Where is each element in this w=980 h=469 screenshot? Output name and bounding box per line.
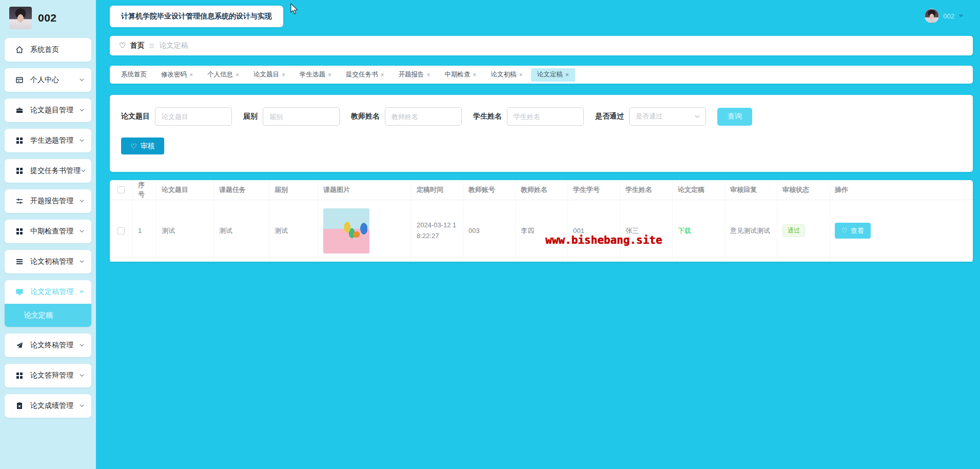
sidebar-item-label: 论文初稿管理 (30, 257, 79, 266)
status-badge: 通过 (782, 224, 805, 237)
brand: 002 (0, 0, 96, 36)
list-icon (15, 258, 24, 266)
close-icon[interactable]: × (236, 72, 239, 78)
tab-final-version[interactable]: 论文定稿× (531, 68, 575, 82)
cell-teacher-name: 李四 (516, 200, 568, 261)
briefcase-icon (15, 106, 24, 115)
col-period: 届别 (269, 180, 318, 200)
chevron-down-icon (79, 228, 85, 234)
row-checkbox[interactable] (117, 227, 125, 234)
view-button-label: 查看 (851, 226, 864, 236)
sidebar-item-label: 开题报告管理 (30, 197, 79, 206)
col-final-time: 定稿时间 (411, 180, 463, 200)
table-row: 1 测试 测试 测试 2024-03-12 18:22:27 003 李四 00… (110, 200, 973, 262)
col-topic-image: 课题图片 (318, 180, 411, 200)
sidebar-item-proposal-report-mgmt[interactable]: 开题报告管理 (5, 189, 91, 213)
sidebar-item-label: 提交任务书管理 (30, 166, 81, 175)
period-input[interactable] (263, 107, 340, 126)
field-label: 教师姓名 (351, 112, 380, 121)
chevron-down-icon (79, 107, 85, 113)
close-icon[interactable]: × (519, 72, 523, 78)
sidebar-item-final-paper-mgmt[interactable]: 论文终稿管理 (5, 334, 91, 357)
field-label: 学生姓名 (473, 112, 502, 121)
tab-first-draft[interactable]: 论文初稿× (485, 68, 529, 82)
data-table: 序号 论文题目 课题任务 届别 课题图片 定稿时间 教师账号 教师姓名 学生学号… (110, 180, 973, 262)
col-teacher-account: 教师账号 (463, 180, 516, 200)
tab-thesis-topic[interactable]: 论文题目× (247, 68, 291, 82)
sidebar-item-midterm-check-mgmt[interactable]: 中期检查管理 (5, 220, 91, 243)
main-area: 计算机学院毕业设计管理信息系统的设计与实现 002 ♡ 首页 论文定稿 系统首页… (96, 0, 980, 469)
breadcrumb: ♡ 首页 论文定稿 (110, 36, 973, 55)
tab-midterm-check[interactable]: 中期检查× (439, 68, 483, 82)
breadcrumb-home[interactable]: 首页 (130, 41, 144, 50)
sidebar-item-task-book-mgmt[interactable]: 提交任务书管理 (5, 159, 91, 183)
sidebar-item-label: 学生选题管理 (30, 136, 79, 145)
sidebar-item-grade-mgmt[interactable]: 论文成绩管理 (5, 394, 91, 418)
audit-button[interactable]: ♡ 审核 (121, 138, 164, 154)
pass-status-select[interactable]: 是否通过 (629, 107, 706, 126)
sidebar-item-first-draft-mgmt[interactable]: 论文初稿管理 (5, 250, 91, 273)
cell-period: 测试 (269, 200, 318, 261)
tab-task-book[interactable]: 提交任务书× (340, 68, 390, 82)
breadcrumb-current: 论文定稿 (159, 41, 188, 50)
download-link[interactable]: 下载 (678, 226, 691, 236)
tab-change-password[interactable]: 修改密码× (155, 68, 199, 82)
close-icon[interactable]: × (565, 72, 569, 78)
cell-topic-task: 测试 (214, 200, 269, 261)
sidebar-item-student-topic-mgmt[interactable]: 学生选题管理 (5, 129, 91, 152)
chevron-down-icon (79, 198, 85, 204)
query-button[interactable]: 查询 (717, 108, 752, 126)
tab-label: 个人信息 (207, 70, 233, 79)
topic-image-thumbnail[interactable] (323, 208, 369, 253)
sidebar-item-home[interactable]: 系统首页 (5, 38, 91, 62)
tab-student-topic[interactable]: 学生选题× (293, 68, 338, 82)
heart-icon: ♡ (841, 227, 848, 234)
col-teacher-name: 教师姓名 (516, 180, 568, 200)
close-icon[interactable]: × (189, 72, 193, 78)
select-all-checkbox[interactable] (117, 186, 125, 193)
field-label: 是否通过 (595, 112, 624, 121)
home-icon (15, 46, 24, 54)
sidebar-subitem-label: 论文定稿 (24, 311, 53, 320)
thesis-title-input[interactable] (155, 107, 232, 126)
sidebar-item-personal-center[interactable]: 个人中心 (5, 68, 91, 92)
tab-system-home[interactable]: 系统首页 (115, 68, 153, 82)
close-icon[interactable]: × (282, 72, 285, 78)
search-form: 论文题目 届别 教师姓名 学生姓名 是否通过 是否通过 查询 (121, 107, 973, 126)
close-icon[interactable]: × (328, 72, 331, 78)
close-icon[interactable]: × (381, 72, 384, 78)
chevron-down-icon (79, 138, 85, 144)
sliders-icon (15, 197, 24, 206)
tab-label: 提交任务书 (346, 70, 378, 79)
chevron-down-icon (79, 373, 85, 379)
cell-index: 1 (133, 200, 156, 261)
student-name-input[interactable] (507, 107, 584, 126)
sidebar-item-label: 论文题目管理 (30, 106, 79, 115)
close-icon[interactable]: × (473, 72, 477, 78)
app-layout: 002 系统首页 个人中心 (0, 0, 980, 469)
sidebar-item-final-version-mgmt-row[interactable]: 论文定稿管理 (5, 280, 91, 304)
table-header-row: 序号 论文题目 课题任务 届别 课题图片 定稿时间 教师账号 教师姓名 学生学号… (110, 180, 973, 200)
field-label: 论文题目 (121, 112, 150, 121)
teacher-name-input[interactable] (385, 107, 462, 126)
tab-label: 论文初稿 (491, 70, 517, 79)
user-menu[interactable]: 002 (925, 9, 964, 23)
sidebar-subitem-final-version[interactable]: 论文定稿 (5, 304, 91, 327)
heart-icon: ♡ (119, 41, 126, 50)
tab-proposal-report[interactable]: 开题报告× (393, 68, 437, 82)
sidebar-item-defense-mgmt[interactable]: 论文答辩管理 (5, 364, 91, 387)
sidebar-item-label: 论文定稿管理 (30, 287, 79, 297)
chevron-down-icon (79, 77, 85, 83)
grid-icon (15, 167, 24, 175)
chevron-up-icon (79, 289, 85, 295)
page-title: 计算机学院毕业设计管理信息系统的设计与实现 (121, 12, 272, 21)
col-student-name: 学生姓名 (620, 180, 673, 200)
cell-teacher-account: 003 (463, 200, 516, 261)
close-icon[interactable]: × (427, 72, 430, 78)
sidebar-item-thesis-topic-mgmt[interactable]: 论文题目管理 (5, 99, 91, 122)
sidebar-menu: 系统首页 个人中心 (0, 36, 96, 418)
sidebar: 002 系统首页 个人中心 (0, 0, 96, 469)
tab-personal-info[interactable]: 个人信息× (201, 68, 245, 82)
col-index: 序号 (133, 180, 156, 200)
view-button[interactable]: ♡ 查看 (835, 223, 871, 239)
